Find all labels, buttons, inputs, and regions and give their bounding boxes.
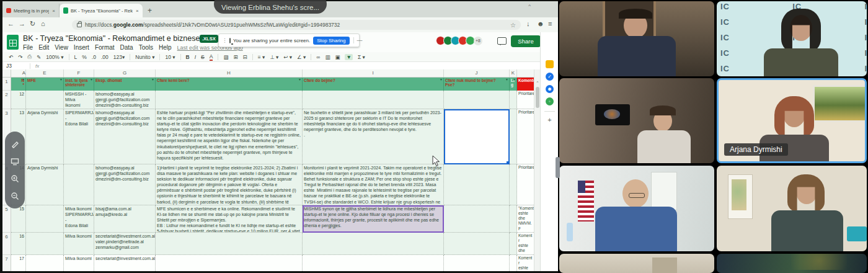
cell-done-16[interactable] [156, 233, 303, 255]
cell-lig-12[interactable] [510, 91, 517, 109]
get-addons-icon[interactable]: + [546, 116, 554, 123]
home-icon[interactable]: ⌂ [41, 20, 45, 27]
header-cell-todo[interactable]: Cfare do bejme?▼ [303, 78, 444, 91]
panel-resize-handle[interactable] [556, 157, 560, 178]
row-number[interactable]: 7 [2, 255, 11, 271]
fill-color-icon[interactable]: ▨ [223, 54, 228, 60]
keep-icon[interactable] [546, 60, 554, 68]
collaborator-overflow-badge[interactable]: +8 [474, 37, 482, 45]
video-tile-participant-8[interactable] [717, 254, 867, 273]
document-title[interactable]: BK - Tryeza "Ekonomia" - Rekomandimet e … [23, 34, 208, 43]
cell-done-15[interactable]: MFE shumicen e e sherbimeve e ka online.… [156, 205, 303, 233]
cell-eksp-12[interactable]: lshomo@easypay.al gjergji.guri@facilizat… [94, 91, 156, 109]
row-number[interactable]: 1 [2, 78, 11, 91]
share-screen-icon[interactable] [11, 157, 19, 166]
bookmark-star-icon[interactable]: ☆ [510, 22, 516, 29]
menu-file[interactable]: File [23, 44, 33, 51]
header-cell-inst[interactable]: inst. te tjera shteterore▼ [64, 78, 94, 91]
scrollbar-thumb[interactable] [536, 87, 539, 108]
annotate-pen-icon[interactable] [11, 140, 19, 148]
reload-icon[interactable]: ↻ [30, 20, 35, 28]
filter-icon[interactable]: ▼ [345, 54, 352, 60]
strikethrough-icon[interactable]: S [201, 54, 205, 60]
cell-todo-15[interactable]: MISHMS synon qe te gjitha sherbimet te l… [303, 205, 444, 233]
collaborator-avatars[interactable]: +8 [438, 36, 482, 45]
cell-cant-15[interactable] [444, 205, 510, 233]
font-size-select[interactable]: 10 ▾ [165, 54, 175, 60]
print-icon[interactable]: ⎙ [27, 53, 32, 60]
video-tile-participant-1[interactable] [559, 1, 714, 76]
header-cell-done[interactable]: Cfare kemi bere?▼ [156, 78, 303, 91]
cell-inst-16[interactable]: Milva Ikonomi [64, 233, 94, 255]
text-rotation-icon[interactable]: ∠ ▾ [297, 54, 306, 60]
cell-eksp-13[interactable]: lshomo@easypay.al gjergji.guri@facilizat… [94, 109, 156, 164]
row-number[interactable]: 2 [2, 91, 11, 109]
tasks-icon[interactable]: ✓ [546, 73, 554, 81]
cell-inst-14[interactable] [64, 164, 94, 205]
cell-todo-12[interactable] [303, 91, 444, 109]
drag-handle-icon[interactable]: ⋮ [222, 37, 228, 43]
column-filter-icon[interactable]: ▼ [151, 78, 154, 82]
cell-done-13[interactable]: Eshte hartuar projekt-ligji "Per zhvilli… [156, 109, 303, 164]
cell-todo-17[interactable] [303, 255, 444, 271]
undo-icon[interactable]: ↶ [9, 54, 13, 60]
new-tab-button[interactable]: + [148, 6, 152, 15]
cell-mfe-13[interactable]: Arjana Dyrmishi [26, 109, 64, 164]
cell-lig-14[interactable] [510, 164, 517, 205]
tab-close-icon[interactable]: × [136, 8, 139, 14]
text-wrap-icon[interactable]: ↩ ▾ [283, 54, 292, 60]
comments-icon[interactable] [497, 37, 507, 45]
italic-icon[interactable]: I [195, 54, 196, 60]
cell-done-14[interactable]: 1)Hartimi i planit te veprimit te tregti… [156, 164, 303, 205]
video-tile-participant-6[interactable] [717, 166, 867, 251]
cell-eksp-14[interactable]: lshomo@easypay.al gjergji.guri@facilizat… [94, 164, 156, 205]
vertical-align-icon[interactable]: ⊥ ▾ [270, 54, 278, 60]
functions-icon[interactable]: Σ ▾ [358, 54, 365, 60]
decimal-decrease-icon[interactable]: .0 [92, 54, 96, 60]
stop-sharing-button[interactable]: Stop Sharing [313, 37, 349, 45]
video-tile-participant-3[interactable] [559, 78, 714, 163]
tab-meeting[interactable]: Meeting is in progress... × [2, 4, 60, 17]
column-filter-icon[interactable]: ▼ [513, 78, 516, 82]
cell-mfe-16[interactable] [26, 233, 64, 255]
toolbar-collapse-icon[interactable]: ^ [528, 3, 531, 9]
column-letter-G[interactable]: G [94, 69, 156, 77]
column-letter-H[interactable]: H [156, 69, 303, 77]
cell-todo-16[interactable] [303, 233, 444, 255]
column-letter-E[interactable]: E [26, 69, 64, 77]
paint-format-icon[interactable]: ✎ [37, 54, 41, 60]
column-filter-icon[interactable]: ▼ [22, 78, 25, 82]
menu-edit[interactable]: Edit [38, 44, 49, 51]
cell-name-box[interactable]: J3 [2, 63, 30, 69]
column-filter-icon[interactable]: ▼ [90, 78, 93, 82]
download-icon[interactable]: ↓ [526, 20, 530, 27]
cell-done-12[interactable] [156, 91, 303, 109]
cell-lig-13[interactable] [510, 109, 517, 164]
insert-chart-icon[interactable]: ▣ [335, 54, 340, 60]
maps-icon[interactable]: ◦ [546, 97, 554, 105]
currency-format-icon[interactable]: L [74, 54, 78, 60]
cell-cant-12[interactable] [444, 91, 510, 109]
video-tile-participant-5[interactable] [559, 166, 714, 251]
column-filter-icon[interactable]: ▼ [505, 78, 508, 82]
cell-eksp-16[interactable]: secretariat@investment.com.al valer.pind… [94, 233, 156, 255]
cell-n-15[interactable]: 15 [11, 205, 26, 233]
percent-format-icon[interactable]: % [82, 54, 87, 60]
column-filter-icon[interactable]: ▼ [60, 78, 63, 82]
row-number[interactable]: 6 [2, 233, 11, 255]
cell-cant-13[interactable] [444, 109, 510, 164]
cell-inst-13[interactable]: SIPERMARRJA - Edona Bilali [64, 109, 94, 164]
menu-format[interactable]: Format [95, 44, 115, 51]
menu-view[interactable]: View [55, 44, 68, 51]
header-cell-n[interactable]: N *▼ [11, 78, 26, 91]
cell-inst-15[interactable]: Milva Ikonomi SIPERMARRJA - Edona Bilali [64, 205, 94, 233]
number-format-select[interactable]: 123▾ [113, 54, 125, 60]
header-cell-lig[interactable]: Li g▼ [510, 78, 517, 91]
cell-todo-13[interactable]: Ne buxhetin e shtetit jane parashikuar 3… [303, 109, 444, 164]
decimal-increase-icon[interactable]: .00 [101, 54, 108, 60]
column-letter-A[interactable]: A [11, 69, 26, 77]
tab-close-icon[interactable]: × [52, 8, 55, 14]
back-icon[interactable]: ← [7, 20, 14, 27]
cell-mfe-15[interactable] [26, 205, 64, 233]
select-all-corner[interactable] [2, 69, 11, 77]
